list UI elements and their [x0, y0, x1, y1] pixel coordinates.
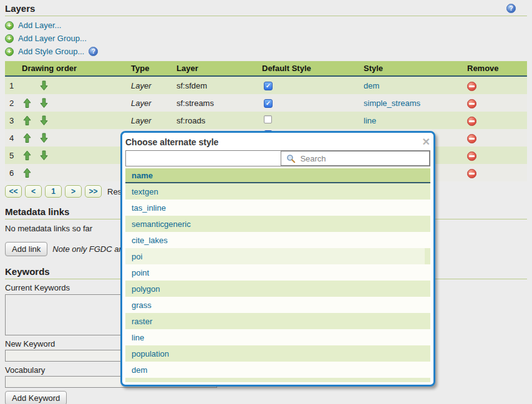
style-option[interactable]: semanticgeneric [125, 219, 191, 229]
move-up-arrow[interactable] [22, 98, 31, 108]
default-style-checkbox[interactable]: ✓ [264, 99, 273, 108]
modal-column-header[interactable]: name [125, 168, 430, 183]
first-page-button[interactable]: << [5, 185, 22, 198]
last-page-button[interactable]: >> [85, 185, 102, 198]
move-down-arrow[interactable] [39, 150, 48, 161]
list-item[interactable]: polygon [125, 281, 430, 297]
list-item[interactable]: line [125, 329, 430, 345]
list-item[interactable]: semanticgeneric [125, 216, 430, 232]
row-number: 3 [5, 116, 22, 125]
move-up-arrow[interactable] [22, 168, 31, 178]
move-up-slot [22, 80, 31, 91]
search-icon [286, 154, 296, 163]
list-item[interactable]: dem [125, 362, 430, 378]
list-item[interactable]: tas_inline [125, 200, 430, 216]
list-item-hovered[interactable]: poi [125, 248, 430, 264]
next-page-button[interactable]: > [65, 185, 82, 198]
list-item[interactable]: cite_lakes [125, 232, 430, 248]
style-option[interactable]: grass [125, 301, 152, 310]
style-option[interactable]: poi [125, 252, 142, 261]
move-down-arrow[interactable] [39, 133, 48, 143]
style-option[interactable]: cite_lakes [125, 236, 168, 245]
search-box[interactable]: Search [281, 151, 430, 166]
table-row: 2 Layer sf:streams ✓ simple_streams [5, 94, 527, 112]
col-type: Type [126, 64, 172, 73]
filter-input[interactable] [126, 151, 278, 166]
col-remove: Remove [460, 64, 516, 73]
move-up-arrow[interactable] [22, 133, 31, 143]
layer-name: sf:roads [172, 116, 257, 125]
add-style-group-link[interactable]: + Add Style Group... ? [5, 45, 527, 58]
style-option[interactable]: point [125, 268, 149, 277]
list-item[interactable]: raster [125, 313, 430, 329]
style-option[interactable]: simple_roads [125, 382, 180, 383]
move-up-arrow[interactable] [22, 150, 31, 161]
default-style-checkbox[interactable] [264, 115, 272, 123]
col-layer: Layer [172, 64, 257, 73]
list-item[interactable]: simple_roads [125, 378, 430, 382]
move-up-arrow[interactable] [22, 115, 31, 126]
style-link[interactable]: dem [364, 81, 379, 90]
remove-icon[interactable] [467, 134, 476, 143]
add-keyword-button[interactable]: Add Keyword [5, 391, 67, 404]
row-number: 1 [5, 81, 22, 90]
style-option[interactable]: raster [125, 317, 152, 326]
style-option[interactable]: textgen [125, 187, 158, 196]
action-links: + Add Layer... + Add Layer Group... + Ad… [5, 19, 527, 58]
add-link-button[interactable]: Add link [5, 242, 47, 256]
add-layer-group-label: Add Layer Group... [18, 34, 87, 43]
layer-name: sf:streams [172, 99, 257, 108]
add-layer-link[interactable]: + Add Layer... [5, 19, 527, 32]
style-link[interactable]: simple_streams [364, 99, 420, 108]
default-style-checkbox[interactable]: ✓ [264, 82, 273, 90]
style-option[interactable]: line [125, 333, 144, 342]
col-default-style: Default Style [257, 64, 359, 73]
layers-table-header: Drawing order Type Layer Default Style S… [5, 61, 527, 77]
move-down-arrow[interactable] [39, 98, 48, 108]
remove-icon[interactable] [467, 82, 476, 91]
move-down-arrow[interactable] [39, 80, 48, 91]
list-item[interactable]: point [125, 264, 430, 281]
list-item[interactable]: population [125, 345, 430, 362]
row-number: 5 [5, 151, 22, 160]
prev-page-button[interactable]: < [25, 185, 42, 198]
modal-title: Choose alternate style [125, 137, 218, 147]
layer-type: Layer [126, 81, 172, 90]
page-title: Layers [5, 0, 527, 16]
style-link[interactable]: line [364, 116, 376, 125]
row-number: 6 [5, 168, 22, 178]
style-option[interactable]: dem [125, 365, 147, 375]
style-option[interactable]: population [125, 349, 169, 358]
row-number: 2 [5, 99, 22, 108]
choose-alternate-style-modal: Choose alternate style ✕ Search name tex… [120, 131, 435, 387]
add-layer-group-link[interactable]: + Add Layer Group... [5, 32, 527, 45]
layer-type: Layer [126, 99, 172, 108]
layers-admin-page: Layers ? + Add Layer... + Add Layer Grou… [0, 0, 532, 404]
style-option[interactable]: polygon [125, 284, 160, 294]
remove-icon[interactable] [467, 117, 476, 126]
add-style-group-label: Add Style Group... [18, 47, 84, 56]
remove-icon[interactable] [467, 152, 476, 161]
remove-icon[interactable] [467, 169, 476, 178]
move-down-arrow[interactable] [39, 115, 48, 126]
add-icon: + [5, 21, 14, 30]
col-style: Style [359, 64, 460, 73]
style-option[interactable]: tas_inline [125, 203, 166, 213]
list-item[interactable]: textgen [125, 183, 430, 200]
table-row: 3 Layer sf:roads line [5, 112, 527, 129]
remove-icon[interactable] [467, 99, 476, 108]
row-number: 4 [5, 133, 22, 143]
style-list: textgen tas_inline semanticgeneric cite_… [125, 183, 430, 382]
name-column-label: name [125, 171, 153, 180]
page-help-icon[interactable]: ? [506, 4, 516, 13]
col-drawing-order: Drawing order [5, 64, 126, 73]
style-group-help-icon[interactable]: ? [89, 47, 98, 56]
close-icon[interactable]: ✕ [422, 137, 430, 147]
list-item[interactable]: grass [125, 297, 430, 313]
page-number-button[interactable]: 1 [45, 185, 62, 198]
filter-row: Search [125, 150, 430, 166]
table-row: 1 Layer sf:sfdem ✓ dem [5, 77, 527, 94]
layer-type: Layer [126, 116, 172, 125]
add-icon: + [5, 34, 14, 43]
move-down-slot [39, 168, 48, 178]
